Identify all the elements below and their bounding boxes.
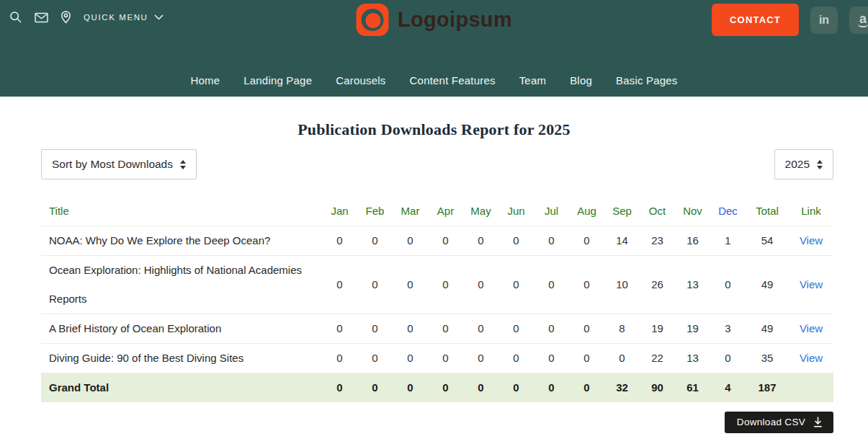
location-icon[interactable] [61,11,71,24]
amazon-smile [858,24,868,27]
year-select[interactable]: 2025 [774,149,833,179]
col-header-apr: Apr [428,197,463,226]
grand-month-value: 0 [569,373,604,403]
nav-item-landing-page[interactable]: Landing Page [243,74,312,86]
nav-item-basic-pages[interactable]: Basic Pages [616,74,678,86]
col-header-total: Total [746,197,789,226]
month-value: 16 [675,226,710,256]
year-select-value: 2025 [785,158,810,171]
quick-menu-button[interactable]: QUICK MENU [84,13,164,22]
downloads-table: TitleJanFebMarAprMayJunJulAugSepOctNovDe… [41,197,833,402]
grand-month-value: 32 [604,373,640,403]
month-value: 0 [357,344,393,373]
contact-button[interactable]: CONTACT [712,4,799,36]
row-title: NOAA: Why Do We Explore the Deep Ocean? [41,226,322,256]
month-value: 0 [463,344,498,373]
month-value: 0 [498,344,534,373]
col-header-sep: Sep [604,197,640,226]
month-value: 19 [675,314,710,344]
month-value: 0 [322,314,357,344]
row-total: 49 [746,314,789,344]
col-header-link: Link [789,197,833,226]
month-value: 0 [498,226,534,256]
chevron-down-icon [154,14,164,20]
nav-item-blog[interactable]: Blog [570,74,592,86]
view-link[interactable]: View [800,278,823,290]
grand-month-value: 0 [428,373,463,403]
table-row: A Brief History of Ocean Exploration0000… [41,314,833,344]
month-value: 0 [569,256,604,314]
month-value: 0 [604,344,640,373]
grand-month-value: 90 [640,373,675,403]
search-icon[interactable] [9,11,22,24]
month-value: 0 [357,256,393,314]
month-value: 0 [498,314,534,344]
nav-item-team[interactable]: Team [519,74,546,86]
logo[interactable]: Logoipsum [356,4,512,36]
download-csv-label: Download CSV [737,417,805,427]
month-value: 3 [710,314,746,344]
download-icon [813,417,823,427]
month-value: 0 [322,344,357,373]
month-value: 14 [604,226,640,256]
month-value: 10 [604,256,640,314]
row-title: A Brief History of Ocean Exploration [41,314,322,344]
month-value: 0 [393,344,428,373]
month-value: 1 [710,226,746,256]
download-row: Download CSV [0,412,833,433]
col-header-dec: Dec [710,197,746,226]
row-title: Diving Guide: 90 of the Best Diving Site… [41,344,322,373]
table-row: Diving Guide: 90 of the Best Diving Site… [41,344,833,373]
mail-icon[interactable] [35,12,48,23]
download-csv-button[interactable]: Download CSV [725,412,833,433]
report-controls: Sort by Most Downloads 2025 [41,149,833,179]
topbar-utility-group: QUICK MENU [9,11,164,24]
amazon-icon[interactable]: a [849,6,868,34]
month-value: 0 [428,256,463,314]
month-value: 0 [534,226,569,256]
col-header-may: May [463,197,498,226]
view-link[interactable]: View [800,352,823,364]
select-spinner-icon [180,160,186,169]
col-header-jan: Jan [322,197,357,226]
row-total: 54 [746,226,789,256]
month-value: 0 [322,256,357,314]
col-header-jul: Jul [534,197,569,226]
row-title: Ocean Exploration: Highlights of Nationa… [41,256,322,314]
month-value: 0 [463,256,498,314]
table-row: Ocean Exploration: Highlights of Nationa… [41,256,833,314]
month-value: 0 [357,314,393,344]
grand-month-value: 0 [393,373,428,403]
nav-item-content-features[interactable]: Content Features [410,74,496,86]
grand-total-value: 187 [746,373,789,403]
nav-item-carousels[interactable]: Carousels [336,74,385,86]
site-header: QUICK MENU Logoipsum CONTACT in a HomeLa… [0,0,868,97]
table-header-row: TitleJanFebMarAprMayJunJulAugSepOctNovDe… [41,197,833,226]
logo-icon [356,4,388,36]
grand-month-value: 0 [534,373,569,403]
nav-item-home[interactable]: Home [190,74,220,86]
grand-total-row: Grand Total000000003290614187 [41,373,833,403]
month-value: 0 [357,226,393,256]
view-link[interactable]: View [800,322,823,334]
month-value: 0 [393,314,428,344]
sort-select[interactable]: Sort by Most Downloads [41,149,197,179]
page-title: Publication Downloads Report for 2025 [0,120,868,139]
grand-month-value: 61 [675,373,710,403]
month-value: 0 [569,226,604,256]
month-value: 0 [710,344,746,373]
col-header-oct: Oct [640,197,675,226]
month-value: 8 [604,314,640,344]
view-link[interactable]: View [800,234,823,247]
topbar-actions-group: CONTACT in a [712,4,868,36]
table-body: NOAA: Why Do We Explore the Deep Ocean?0… [41,226,833,403]
quick-menu-label: QUICK MENU [84,13,148,22]
report-page: Publication Downloads Report for 2025 So… [0,120,868,433]
main-nav: HomeLanding PageCarouselsContent Feature… [0,74,868,87]
month-value: 22 [640,344,675,373]
row-link-cell: View [789,344,833,373]
linkedin-icon[interactable]: in [810,6,838,34]
month-value: 0 [534,314,569,344]
month-value: 0 [569,344,604,373]
month-value: 0 [463,314,498,344]
